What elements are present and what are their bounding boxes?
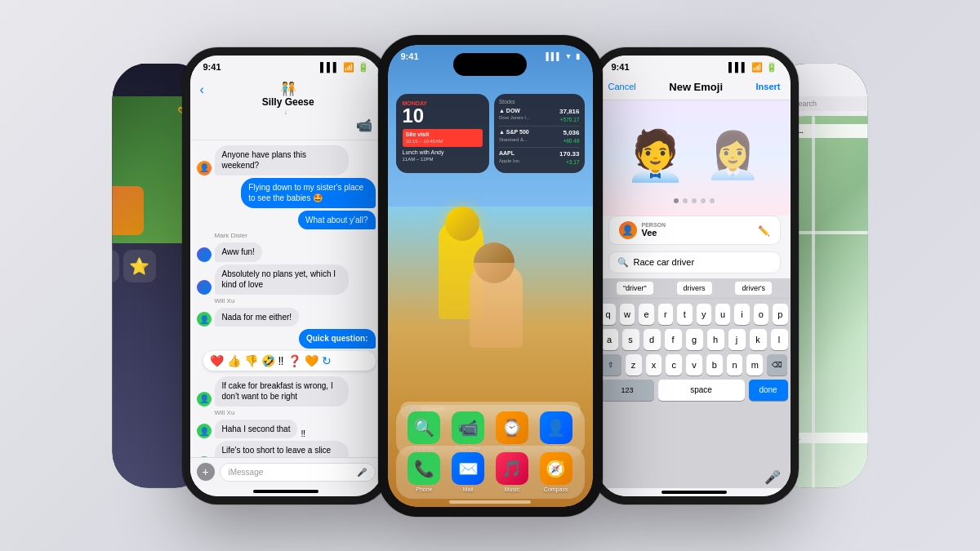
stock-sp500-price: 5,036 xyxy=(563,128,579,137)
reaction-emoji[interactable]: 🧡 xyxy=(305,354,318,367)
wifi-icon: 📶 xyxy=(343,62,354,73)
emoji-phone: 9:41 ▌▌▌ 📶 🔋 Cancel New Emoji Insert 🧑‍💼 xyxy=(590,47,799,504)
reaction-thumbsup[interactable]: 👍 xyxy=(227,354,241,367)
messages-header: ‹ 🧑‍🤝‍🧑 Silly Geese ↓ 📹 xyxy=(190,76,382,140)
app-mail[interactable]: ✉️ Mail xyxy=(452,452,484,492)
home-wifi-icon: ▼ xyxy=(565,52,572,60)
emoji-edit-icon[interactable]: ✏️ xyxy=(758,223,770,238)
mic-icon: 🎤 xyxy=(357,468,367,477)
key-w[interactable]: w xyxy=(620,304,635,325)
msg-bubble-2: Flying down to my sister's place to see … xyxy=(241,178,375,208)
emoji-signal-icon: ▌▌▌ xyxy=(728,62,747,72)
key-i[interactable]: i xyxy=(734,304,749,325)
messages-home-indicator xyxy=(253,490,318,493)
emoji-person-label: 👤 PERSON Vee ✏️ xyxy=(608,216,781,245)
home-widgets: MONDAY 10 Site visit 10:15 – 10:45AM Lun… xyxy=(396,94,585,174)
stock-item-sp500: ▲ S&P 500 Standard &... 5,036 +80.48 xyxy=(499,128,580,144)
emoji-dot-3 xyxy=(692,198,697,203)
messages-time: 9:41 xyxy=(203,62,221,72)
emoji-suggestion-1[interactable]: "driver" xyxy=(617,282,653,295)
reaction-exclaim[interactable]: ‼️ xyxy=(278,354,284,367)
msg-row-7: Quick question: xyxy=(197,329,376,349)
emoji-suggestion-2[interactable]: drivers xyxy=(677,282,712,295)
stock-item-dow: ▲ DOW Dow Jones I... 37,816 +570.17 xyxy=(499,107,580,123)
emoji-insert-button[interactable]: Insert xyxy=(756,82,781,91)
key-n[interactable]: n xyxy=(727,354,743,375)
key-x[interactable]: x xyxy=(646,354,662,375)
msg-sender-will2: Will Xu xyxy=(215,409,376,416)
key-p[interactable]: p xyxy=(773,304,787,325)
messages-contact-info: 🧑‍🤝‍🧑 Silly Geese ↓ xyxy=(200,81,372,116)
messages-input-field[interactable]: iMessage 🎤 xyxy=(220,463,376,482)
messages-status-icons: ▌▌▌ 📶 🔋 xyxy=(320,62,368,73)
key-h[interactable]: h xyxy=(707,329,724,350)
key-l[interactable]: l xyxy=(771,329,788,350)
key-j[interactable]: j xyxy=(728,329,746,350)
key-r[interactable]: r xyxy=(658,304,673,325)
keyboard-row-3: ⇧ z x c v b n m ⌫ xyxy=(601,354,788,375)
key-z[interactable]: z xyxy=(626,354,642,375)
mic-icon[interactable]: 🎤 xyxy=(764,469,781,485)
key-s[interactable]: s xyxy=(622,329,639,350)
stock-aapl-sub: Apple Inc. xyxy=(499,158,521,164)
emoji-pagination-dots xyxy=(599,198,791,203)
messages-back-button[interactable]: ‹ xyxy=(200,82,204,97)
reaction-thumbsdown[interactable]: 👎 xyxy=(244,354,258,367)
stocks-widget[interactable]: Stocks ▲ DOW Dow Jones I... 37,816 +570.… xyxy=(494,94,585,174)
msg-bubble-6: Nada for me either! xyxy=(215,308,300,327)
emoji-avatar-2[interactable]: 👩‍💼 xyxy=(702,121,764,190)
msg-bubble-7: Quick question: xyxy=(299,329,376,349)
key-space[interactable]: space xyxy=(658,380,745,401)
emoji-cancel-button[interactable]: Cancel xyxy=(608,82,636,91)
key-y[interactable]: y xyxy=(697,304,711,325)
key-u[interactable]: u xyxy=(715,304,730,325)
message-reactions-bar[interactable]: ❤️ 👍 👎 🤣 ‼️ ❓ 🧡 ↻ xyxy=(203,351,376,371)
reactions-more[interactable]: ↻ xyxy=(322,354,332,367)
key-k[interactable]: k xyxy=(750,329,767,350)
key-a[interactable]: a xyxy=(601,329,618,350)
key-shift[interactable]: ⇧ xyxy=(601,354,621,375)
stock-dow-price: 37,816 xyxy=(559,107,579,116)
stock-dow-sub: Dow Jones I... xyxy=(499,114,530,121)
key-f[interactable]: f xyxy=(665,329,682,350)
msg-row-8: 👤 If cake for breakfast is wrong, I don'… xyxy=(197,376,376,407)
home-status-bar: 9:41 ▌▌▌ ▼ ▮ xyxy=(388,51,593,64)
app-music[interactable]: 🎵 Music xyxy=(496,452,528,492)
key-c[interactable]: c xyxy=(666,354,682,375)
key-delete[interactable]: ⌫ xyxy=(767,354,787,375)
app-compass[interactable]: 🧭 Compass xyxy=(540,452,572,492)
key-g[interactable]: g xyxy=(686,329,703,350)
key-b[interactable]: b xyxy=(706,354,723,375)
key-q[interactable]: q xyxy=(600,304,615,325)
key-o[interactable]: o xyxy=(754,304,768,325)
key-done[interactable]: done xyxy=(749,380,788,401)
key-v[interactable]: v xyxy=(686,354,702,375)
reaction-heart[interactable]: ❤️ xyxy=(210,354,224,367)
messages-add-button[interactable]: + xyxy=(197,463,215,481)
home-status-icons: ▌▌▌ ▼ ▮ xyxy=(546,52,579,60)
calendar-event-1: Site visit 10:15 – 10:45AM Lunch with An… xyxy=(403,129,483,163)
messages-video-button[interactable]: 📹 xyxy=(356,118,372,133)
reaction-question[interactable]: ❓ xyxy=(287,354,301,367)
messages-phone: 9:41 ▌▌▌ 📶 🔋 ‹ 🧑‍🤝‍🧑 Silly Geese ↓ 📹 xyxy=(182,47,390,504)
msg-row-10: 👤 Life's too short to leave a slice behi… xyxy=(197,441,376,457)
home-phone: 9:41 ▌▌▌ ▼ ▮ MONDAY 10 Site visit 10:15 xyxy=(378,35,603,517)
emoji-suggestion-3[interactable]: driver's xyxy=(735,282,772,295)
key-m[interactable]: m xyxy=(746,354,763,375)
key-e[interactable]: e xyxy=(639,304,653,325)
key-t[interactable]: t xyxy=(677,304,692,325)
key-numbers[interactable]: 123 xyxy=(601,380,654,401)
reaction-haha[interactable]: 🤣 xyxy=(261,354,275,367)
emoji-avatar-1[interactable]: 🧑‍💼 xyxy=(625,121,686,190)
key-d[interactable]: d xyxy=(644,329,661,350)
app-mail-label: Mail xyxy=(463,487,474,492)
messages-screen: 9:41 ▌▌▌ 📶 🔋 ‹ 🧑‍🤝‍🧑 Silly Geese ↓ 📹 xyxy=(190,56,382,496)
app-phone[interactable]: 📞 Phone xyxy=(408,452,440,492)
stock-dow-change: +570.17 xyxy=(559,116,579,123)
calendar-widget[interactable]: MONDAY 10 Site visit 10:15 – 10:45AM Lun… xyxy=(396,94,490,174)
msg-bubble-1: Anyone have plans this weekend? xyxy=(215,145,349,176)
map-info-text: Th... xyxy=(785,433,886,443)
emoji-keyboard: q w e r t y u i o p a s d f g h xyxy=(599,299,791,466)
msg-row-3: What about y'all? xyxy=(197,211,376,230)
emoji-search-field[interactable]: 🔍 Race car driver xyxy=(608,251,781,273)
